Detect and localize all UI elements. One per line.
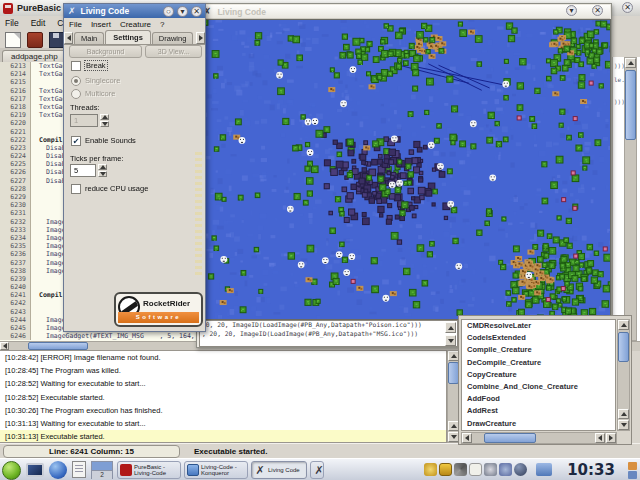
multicore-radio[interactable] [71, 89, 81, 99]
line-code [31, 209, 39, 217]
minimize-button[interactable]: ▾ [177, 6, 188, 17]
3d-view-button[interactable]: 3D View... [145, 45, 202, 58]
list-vertical-scrollbar[interactable] [617, 319, 630, 431]
creature-code-textarea[interactable]: 20, 20, ImageID(LoadImage(#PB_Any,Datapa… [199, 320, 458, 347]
settings-menu-item[interactable]: Creature [120, 20, 151, 29]
tray-network-icon[interactable] [484, 463, 497, 476]
line-code: Compil [31, 291, 62, 299]
sticky-button[interactable]: ○ [163, 6, 174, 17]
applet-up-icon[interactable] [628, 462, 637, 470]
list-horizontal-scrollbar[interactable] [461, 432, 617, 444]
close-button[interactable]: ✕ [592, 5, 603, 16]
procedure-item[interactable]: CodeIsExtended [462, 332, 615, 344]
multicore-label[interactable]: Multicore [85, 89, 115, 98]
enable-sounds-checkbox[interactable]: ✔ [71, 136, 81, 146]
singlecore-label[interactable]: Singlecore [85, 76, 120, 85]
threads-up-icon[interactable] [100, 114, 109, 120]
reduce-cpu-checkbox[interactable] [71, 184, 81, 194]
editor-right-sliver: ))) le.* ))) [612, 16, 640, 341]
settings-menu-item[interactable]: ? [160, 20, 164, 29]
taskbar-task[interactable]: ✗ [310, 461, 324, 479]
taskbar-clock[interactable]: 10:33 [558, 461, 624, 479]
tab-drawing[interactable]: Drawing [152, 32, 194, 44]
simulation-map[interactable] [201, 19, 611, 320]
applet-down-icon[interactable] [628, 471, 637, 479]
ticks-down-icon[interactable] [98, 171, 107, 177]
scroll-right-icon[interactable] [606, 433, 616, 443]
open-file-icon[interactable] [27, 32, 43, 48]
tab-scroll-right-icon[interactable] [196, 32, 205, 44]
tray-speaker-icon[interactable] [454, 463, 467, 476]
editor-vertical-scrollbar[interactable] [624, 57, 637, 341]
procedure-item[interactable]: AddFood [462, 393, 615, 405]
enable-sounds-label[interactable]: Enable Sounds [85, 136, 136, 145]
settings-menu-item[interactable]: File [69, 20, 82, 29]
threads-down-icon[interactable] [100, 121, 109, 127]
close-button[interactable]: ✕ [191, 6, 202, 17]
procedure-item[interactable]: AddRest [462, 405, 615, 417]
tray-mouse-icon[interactable] [499, 463, 512, 476]
scroll-thumb[interactable] [625, 70, 636, 140]
text-editor-icon[interactable] [72, 461, 86, 478]
procedure-item[interactable]: Compile_Creature [462, 344, 615, 356]
kmenu-button[interactable] [2, 461, 21, 480]
tab-main[interactable]: Main [74, 32, 104, 44]
line-code: TextGad [31, 62, 66, 70]
tray-clipboard-icon[interactable] [469, 463, 482, 476]
procedure-item[interactable]: DeCompile_Creature [462, 357, 615, 369]
ticks-spinner[interactable]: 5 [70, 164, 96, 177]
tab-settings[interactable]: Settings [105, 30, 151, 44]
scroll-thumb[interactable] [28, 342, 88, 350]
procedure-item[interactable]: DrawCreature [462, 418, 615, 430]
settings-menu-item[interactable]: Insert [91, 20, 111, 29]
ticks-up-icon[interactable] [98, 164, 107, 170]
settings-titlebar[interactable]: ✗ Living Code ○ ▾ ✕ [64, 4, 205, 18]
scroll-left-icon[interactable] [462, 433, 472, 443]
background-button[interactable]: Background [69, 45, 142, 58]
taskbar-task[interactable]: Living-Code - Konqueror [184, 461, 248, 479]
pb-menu-item[interactable]: Edit [31, 18, 46, 28]
map-window-titlebar[interactable]: ✗ Living Code [198, 5, 610, 19]
compiler-log[interactable]: [10:28:42] [ERROR] Image filename not fo… [0, 350, 447, 443]
scroll-left-icon[interactable] [595, 433, 605, 443]
log-line: [10:28:45] The Program was killed. [0, 364, 446, 377]
konqueror-icon[interactable] [49, 461, 67, 479]
threads-spinner[interactable]: 1 [70, 114, 98, 127]
editor-tab[interactable]: addpage.php [2, 50, 67, 62]
break-checkbox[interactable] [71, 61, 81, 71]
singlecore-radio[interactable] [71, 76, 81, 86]
scroll-thumb[interactable] [618, 332, 629, 362]
pager-desktop-1[interactable] [92, 462, 112, 471]
scroll-up-icon[interactable] [625, 58, 636, 68]
procedure-item[interactable]: CMDResolveLater [462, 320, 615, 332]
taskbar-task[interactable]: PureBasic - Living-Code [117, 461, 181, 479]
scroll-thumb[interactable] [484, 433, 536, 443]
tray-globe-icon[interactable] [514, 463, 527, 476]
tray-klipper-icon[interactable] [536, 463, 552, 476]
log-line: [10:28:52] Executable started. [0, 391, 446, 404]
break-label[interactable]: Break [85, 61, 107, 70]
reduce-cpu-label[interactable]: reduce CPU usage [85, 184, 148, 193]
taskbar-task[interactable]: ✗Living Code [251, 461, 307, 479]
scroll-up-icon[interactable] [618, 409, 629, 419]
scroll-up-icon[interactable] [445, 322, 456, 333]
minimize-button[interactable]: ▾ [566, 5, 577, 16]
show-desktop-icon[interactable] [26, 463, 44, 477]
line-code: Image [31, 226, 66, 234]
line-number: 6245 [0, 324, 31, 332]
new-file-icon[interactable] [5, 32, 21, 48]
scroll-down-icon[interactable] [445, 335, 456, 346]
procedure-list[interactable]: CMDResolveLaterCodeIsExtendedCompile_Cre… [461, 319, 616, 431]
procedure-item[interactable]: Combine_And_Clone_Creature [462, 381, 615, 393]
pager-desktop-2[interactable]: 2 [92, 471, 112, 479]
tab-scroll-left-icon[interactable] [64, 32, 73, 44]
scroll-down-icon[interactable] [618, 420, 629, 430]
desktop-pager[interactable]: 2 [91, 461, 113, 479]
scroll-up-icon[interactable] [618, 320, 629, 330]
purebasic-close-button[interactable]: ✕ [622, 2, 633, 13]
procedure-item[interactable]: CopyCreature [462, 369, 615, 381]
tray-bug-icon[interactable] [424, 463, 437, 476]
tray-lock-icon[interactable] [439, 463, 452, 476]
pb-menu-item[interactable]: File [5, 18, 19, 28]
scroll-left-icon[interactable] [0, 342, 9, 350]
